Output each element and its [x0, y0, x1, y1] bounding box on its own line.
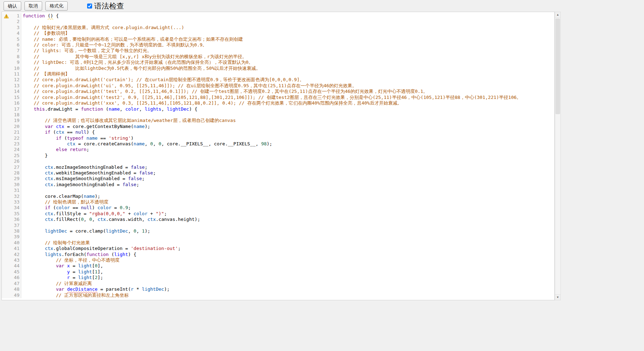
- code-line[interactable]: 27 ctx.mozImageSmoothingEnabled = false;: [2, 165, 554, 170]
- line-number: 46: [11, 275, 21, 280]
- code-line[interactable]: 36 ctx.fillRect(0, 0, ctx.canvas.width, …: [2, 217, 554, 222]
- code-line[interactable]: 24 else return;: [2, 147, 554, 152]
- code-editor[interactable]: 1function () {2​3 // 绘制灯光/漆黑层效果。调用方式 cor…: [1, 12, 555, 300]
- code-line[interactable]: 39​: [2, 234, 554, 240]
- code-line[interactable]: 43 // 坐标，半径，中心不透明度: [2, 257, 554, 263]
- syntax-check-checkbox[interactable]: [87, 4, 92, 9]
- code-text: // name: 必填，要绘制到的画布名；可以是一个系统画布，或者是个自定义画布…: [21, 37, 554, 42]
- line-number: 31: [11, 188, 21, 193]
- code-line[interactable]: 49 // 正方形区域的直径和左上角坐标: [2, 292, 554, 298]
- code-line[interactable]: 9 // lightDec: 可选，0到1之间，光从多少百分比才开始衰减（在此范…: [2, 60, 554, 65]
- code-line[interactable]: 6 // color: 可选，只能是一个0~1之间的数，为不透明度的值。不填则默…: [2, 42, 554, 48]
- line-number: 34: [11, 205, 21, 211]
- code-text: var x = light[0],: [21, 263, 554, 269]
- line-number: 16: [11, 100, 21, 106]
- code-line[interactable]: 28 ctx.webkitImageSmoothingEnabled = fal…: [2, 170, 554, 176]
- code-line[interactable]: 2​: [2, 19, 554, 24]
- line-number: 18: [11, 112, 21, 118]
- syntax-check-toggle[interactable]: 语法检查: [87, 1, 124, 11]
- line-number: 26: [11, 158, 21, 164]
- code-line[interactable]: 7 // lights: 可选，一个数组，定义了每个独立的灯光。: [2, 48, 554, 54]
- code-line[interactable]: 34 if (color == null) color = 0.9;: [2, 205, 554, 211]
- confirm-button[interactable]: 确认: [4, 1, 21, 11]
- code-line[interactable]: 38 lightDec = core.clamp(lightDec, 0, 1)…: [2, 228, 554, 234]
- code-line[interactable]: 10 // 比如lightDec为0.5代表，每个灯光部分内圈50%的范围全亮，…: [2, 66, 554, 71]
- code-line[interactable]: 25 }: [2, 153, 554, 158]
- gutter: 9: [2, 60, 21, 65]
- gutter: 10: [2, 66, 21, 71]
- scroll-down-button[interactable]: ▼: [555, 294, 560, 300]
- lint-marker-slot: [2, 292, 11, 298]
- line-number: 2: [11, 19, 21, 24]
- code-line[interactable]: 26​: [2, 158, 554, 164]
- lint-marker-slot: [2, 199, 11, 205]
- code-text: core.clearMap(name);: [21, 194, 554, 199]
- format-button[interactable]: 格式化: [45, 1, 68, 11]
- code-line[interactable]: 20 var ctx = core.getContextByName(name)…: [2, 124, 554, 129]
- code-line[interactable]: 32 core.clearMap(name);: [2, 194, 554, 199]
- editor-scrollbar[interactable]: ▲ ▼: [555, 12, 561, 300]
- code-line[interactable]: 33 // 绘制色调层，默认不透明度: [2, 199, 554, 205]
- lint-marker-slot: [2, 48, 11, 54]
- code-text: ctx.fillStyle = "rgba(0,0,0," + color + …: [21, 211, 554, 217]
- code-line[interactable]: 13 // core.plugin.drawLight('ui', 0.95, …: [2, 83, 554, 89]
- lint-marker-slot: [2, 100, 11, 106]
- gutter: 47: [2, 281, 21, 286]
- line-number: 30: [11, 182, 21, 188]
- code-line[interactable]: 12 // core.plugin.drawLight('curtain'); …: [2, 77, 554, 83]
- code-text: // 【调用样例】: [21, 71, 554, 77]
- gutter: 8: [2, 54, 21, 60]
- code-line[interactable]: 29 ctx.msImageSmoothingEnabled = false;: [2, 176, 554, 182]
- code-line[interactable]: 31​: [2, 188, 554, 193]
- code-line[interactable]: 1function () {: [2, 13, 554, 19]
- code-line[interactable]: 35 ctx.fillStyle = "rgba(0,0,0," + color…: [2, 211, 554, 217]
- code-line[interactable]: 44 var x = light[0],: [2, 263, 554, 269]
- code-line[interactable]: 15 // core.plugin.drawLight('test2', 0.9…: [2, 95, 554, 100]
- line-number: 5: [11, 37, 21, 42]
- code-line[interactable]: 42 lights.forEach(function (light) {: [2, 252, 554, 257]
- lint-marker-slot: [2, 66, 11, 71]
- code-line[interactable]: 48 var decDistance = parseInt(r * lightD…: [2, 286, 554, 292]
- code-line[interactable]: 21 if (ctx == null) {: [2, 129, 554, 135]
- code-line[interactable]: 8 // 其中每一项是三元组 [x,y,r] x和y分别为该灯光的横纵坐标，r为…: [2, 54, 554, 60]
- code-line[interactable]: 22 if (typeof name == 'string'): [2, 135, 554, 141]
- code-line[interactable]: 3 // 绘制灯光/漆黑层效果。调用方式 core.plugin.drawLig…: [2, 25, 554, 30]
- code-text: ​: [21, 188, 554, 193]
- line-number: 6: [11, 42, 21, 48]
- gutter: 39: [2, 234, 21, 240]
- code-line[interactable]: 46 r = light[2];: [2, 275, 554, 280]
- code-line[interactable]: 30 ctx.imageSmoothingEnabled = false;: [2, 182, 554, 188]
- code-line[interactable]: 18​: [2, 112, 554, 118]
- gutter: 38: [2, 228, 21, 234]
- toolbar: 确认 取消 格式化 语法检查: [0, 0, 644, 12]
- line-number: 10: [11, 66, 21, 71]
- gutter: 2: [2, 19, 21, 24]
- gutter: 23: [2, 141, 21, 147]
- code-line[interactable]: 45 y = light[1],: [2, 269, 554, 275]
- code-line[interactable]: 19 // 清空色调层；也可以修改成其它层比如animate/weather层，…: [2, 118, 554, 123]
- line-number: 8: [11, 54, 21, 60]
- scrollbar-thumb[interactable]: [555, 18, 560, 114]
- code-line[interactable]: 23 ctx = core.createCanvas(name, 0, 0, c…: [2, 141, 554, 147]
- lint-marker-slot: [2, 275, 11, 280]
- lint-marker-slot: [2, 263, 11, 269]
- code-line[interactable]: 37​: [2, 223, 554, 228]
- code-line[interactable]: 16 // core.plugin.drawLight('xxx', 0.3, …: [2, 100, 554, 106]
- code-line[interactable]: 11 // 【调用样例】: [2, 71, 554, 77]
- code-text: else return;: [21, 147, 554, 152]
- scroll-up-button[interactable]: ▲: [555, 12, 560, 18]
- gutter: 18: [2, 112, 21, 118]
- code-line[interactable]: 14 // core.plugin.drawLight('test', 0.2,…: [2, 89, 554, 94]
- code-line[interactable]: 40 // 绘制每个灯光效果: [2, 240, 554, 246]
- gutter: 6: [2, 42, 21, 48]
- cancel-button[interactable]: 取消: [24, 1, 42, 11]
- code-text: lightDec = core.clamp(lightDec, 0, 1);: [21, 228, 554, 234]
- gutter: 27: [2, 165, 21, 170]
- code-text: ​: [21, 19, 554, 24]
- code-line[interactable]: 5 // name: 必填，要绘制到的画布名；可以是一个系统画布，或者是个自定义…: [2, 37, 554, 42]
- code-line[interactable]: 41 ctx.globalCompositeOperation = 'desti…: [2, 246, 554, 251]
- code-line[interactable]: 17 this.drawLight = function (name, colo…: [2, 106, 554, 112]
- code-line[interactable]: 47 // 计算衰减距离: [2, 281, 554, 286]
- code-line[interactable]: 4 // 【参数说明】: [2, 30, 554, 36]
- line-number: 19: [11, 118, 21, 123]
